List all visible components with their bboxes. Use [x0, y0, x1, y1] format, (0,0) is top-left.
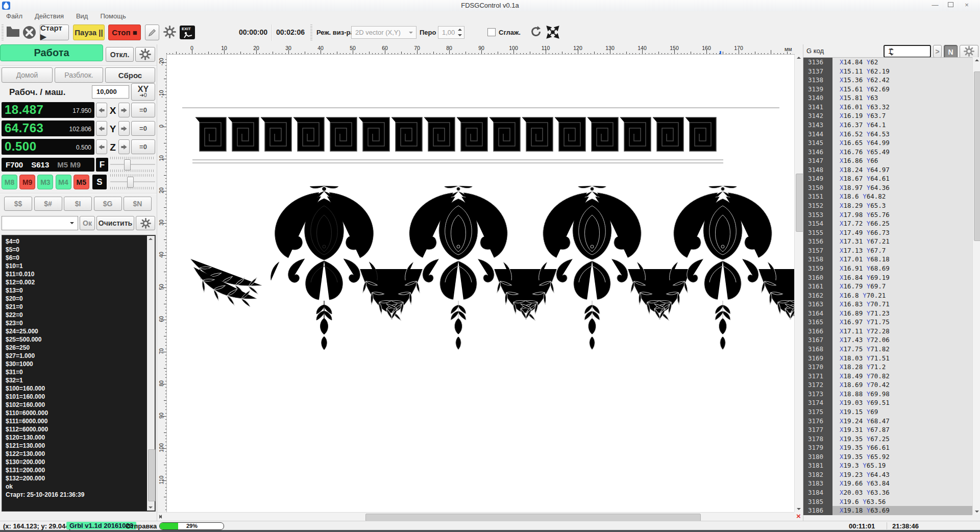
gcode-row[interactable]: 3149X18.67 Y64.61	[803, 174, 972, 183]
gcode-row[interactable]: 3176X19.24 Y68.47	[803, 417, 972, 426]
viz-mode-select[interactable]: 2D vector (X,Y)	[351, 26, 416, 39]
gcode-row[interactable]: 3178X19.35 Y67.25	[803, 434, 972, 444]
jog-x-plus-button[interactable]	[118, 103, 130, 117]
command-select[interactable]	[2, 216, 78, 230]
gcode-row[interactable]: 3173X18.88 Y69.98	[803, 390, 972, 399]
close-preview-icon[interactable]: ×	[794, 512, 803, 521]
gcode-row[interactable]: 3182X19.23 Y64.43	[803, 470, 972, 479]
vertical-scroll-thumb[interactable]	[796, 174, 803, 232]
reset-button[interactable]: Сброс	[105, 67, 155, 83]
xy-zero-button[interactable]: XY ➔0	[131, 83, 155, 101]
horizontal-scroll-thumb[interactable]	[365, 514, 701, 521]
gcode-row[interactable]: 3140X15.81 Y63	[803, 93, 972, 103]
unlock-button[interactable]: Разблок.	[55, 67, 103, 83]
disconnect-button[interactable]: Откл.	[106, 47, 134, 62]
gcode-row[interactable]: 3165X16.97 Y71.75	[803, 318, 972, 327]
jog-y-minus-button[interactable]	[96, 121, 107, 136]
horizontal-scrollbar[interactable]	[158, 512, 794, 521]
console-scrollbar[interactable]	[147, 236, 155, 511]
scroll-down-icon[interactable]	[149, 506, 153, 509]
gcode-row[interactable]: 3146X16.76 Y65.49	[803, 148, 972, 157]
gcode-row[interactable]: 3156X17.31 Y67.21	[803, 237, 972, 246]
spindle-override-button[interactable]: S	[92, 175, 107, 189]
window-close-button[interactable]: ×	[961, 1, 973, 10]
gcode-row[interactable]: 3170X18.28 Y71.2	[803, 362, 972, 372]
gcode-scroll-thumb[interactable]	[974, 71, 980, 241]
console-settings-button[interactable]	[136, 216, 155, 230]
gcode-row[interactable]: 3139X15.61 Y62.69	[803, 85, 972, 94]
gcode-row[interactable]: 3179X19.35 Y66.61	[803, 443, 972, 452]
scroll-down-icon[interactable]	[975, 511, 979, 513]
gcode-row[interactable]: 3163X16.83 Y70.71	[803, 300, 972, 309]
ok-button[interactable]: Ок	[80, 216, 95, 230]
gcode-row[interactable]: 3158X17.01 Y68.18	[803, 255, 972, 264]
mode-button[interactable]: Работа	[0, 44, 103, 61]
scroll-right-icon[interactable]	[159, 515, 161, 519]
gcode-settings-button[interactable]	[960, 45, 978, 59]
gcode-scrollbar[interactable]	[972, 57, 980, 515]
gcode-row[interactable]: 3153X17.98 Y65.76	[803, 210, 972, 220]
m-button-m9[interactable]: M9	[19, 175, 35, 189]
home-button[interactable]: Домой	[2, 67, 53, 83]
console-scroll-thumb[interactable]	[148, 449, 156, 501]
gcode-row[interactable]: 3151X18.6 Y64.82	[803, 192, 972, 201]
edit-button[interactable]	[145, 25, 159, 40]
fit-view-icon[interactable]	[546, 26, 559, 39]
gcode-row[interactable]: 3147X16.86 Y66	[803, 156, 972, 165]
scroll-up-icon[interactable]	[975, 59, 979, 61]
smoothing-checkbox[interactable]	[487, 28, 496, 36]
gcode-row[interactable]: 3138X15.36 Y62.42	[803, 76, 972, 85]
gcode-row[interactable]: 3180X19.35 Y65.92	[803, 452, 972, 462]
gcode-line-spinner[interactable]: 1	[884, 45, 931, 58]
gcode-row[interactable]: 3142X16.19 Y63.7	[803, 111, 972, 120]
gcode-row[interactable]: 3185X19.6 Y63.56	[803, 497, 972, 506]
open-file-icon[interactable]	[6, 26, 20, 38]
left-settings-button[interactable]	[135, 47, 155, 62]
gcode-row[interactable]: 3174X19.03 Y69.51	[803, 398, 972, 407]
gcode-row[interactable]: 3169X18.03 Y71.51	[803, 354, 972, 363]
cmd-button-$N[interactable]: $N	[124, 197, 152, 211]
gcode-row[interactable]: 3164X16.89 Y71.23	[803, 309, 972, 318]
close-file-icon[interactable]	[22, 26, 36, 39]
gcode-row[interactable]: 3136X14.84 Y62	[803, 58, 972, 67]
window-maximize-button[interactable]	[944, 1, 957, 10]
gcode-row[interactable]: 3168X17.75 Y71.82	[803, 345, 972, 354]
gcode-row[interactable]: 3159X16.91 Y68.69	[803, 264, 972, 273]
gcode-row[interactable]: 3167X17.43 Y72.06	[803, 335, 972, 345]
menu-item-1[interactable]: Действия	[29, 11, 70, 21]
gcode-row[interactable]: 3183X19.66 Y63.84	[803, 479, 972, 488]
gcode-row[interactable]: 3175X19.15 Y69	[803, 407, 972, 417]
gcode-row[interactable]: 3172X18.69 Y70.42	[803, 380, 972, 390]
cmd-button-$#[interactable]: $#	[34, 197, 62, 211]
gcode-row[interactable]: 3152X18.29 Y65.3	[803, 201, 972, 210]
start-button[interactable]: Старт ▶	[40, 25, 69, 40]
line-numbers-toggle[interactable]: N	[944, 45, 958, 59]
pause-button[interactable]: Пауза ||	[73, 25, 105, 40]
gcode-row[interactable]: 3143X16.37 Y64.1	[803, 120, 972, 130]
cmd-button-$I[interactable]: $I	[64, 197, 92, 211]
jog-y-plus-button[interactable]	[118, 121, 130, 136]
m-button-m3[interactable]: M3	[37, 175, 53, 189]
gcode-row[interactable]: 3144X16.52 Y64.53	[803, 130, 972, 139]
jog-x-minus-button[interactable]	[96, 103, 107, 117]
gcode-row[interactable]: 3171X18.49 Y70.82	[803, 372, 972, 381]
gcode-row[interactable]: 3145X16.65 Y64.99	[803, 138, 972, 148]
gcode-row[interactable]: 3141X16.01 Y63.32	[803, 103, 972, 112]
menu-item-0[interactable]: Файл	[0, 11, 29, 21]
vertical-scrollbar[interactable]	[794, 55, 803, 512]
scroll-up-icon[interactable]	[149, 238, 153, 240]
gcode-row[interactable]: 3150X18.97 Y64.36	[803, 183, 972, 192]
pen-spinner[interactable]: 1,00	[438, 26, 464, 39]
spindle-override-slider[interactable]	[110, 174, 155, 189]
cmd-button-$G[interactable]: $G	[94, 197, 122, 211]
gcode-row[interactable]: 3137X15.11 Y62.19	[803, 67, 972, 76]
gcode-row[interactable]: 3184X20.03 Y63.36	[803, 488, 972, 497]
zero-y-button[interactable]: =0	[131, 121, 155, 136]
refresh-icon[interactable]	[530, 26, 542, 38]
clear-button[interactable]: Очистить	[96, 216, 134, 230]
cmd-button-$$[interactable]: $$	[4, 197, 32, 211]
console[interactable]: $4=0$5=0$6=0$10=1$11=0.010$12=0.002$13=0…	[2, 235, 156, 512]
send-line-button[interactable]: >	[933, 45, 942, 58]
scroll-up-icon[interactable]	[797, 57, 801, 59]
gcode-row[interactable]: 3186X19.18 Y63.69	[803, 506, 972, 515]
